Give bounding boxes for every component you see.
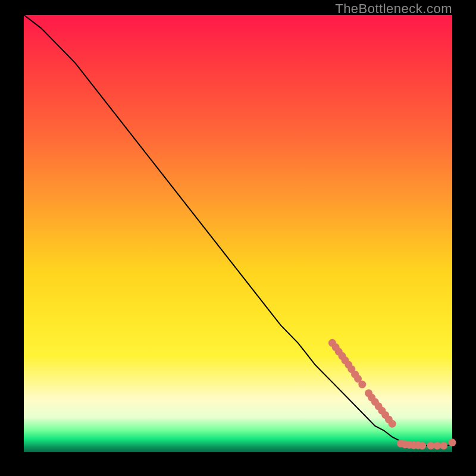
marker-group [328, 339, 456, 450]
data-marker [389, 420, 396, 428]
outer-frame: TheBottleneck.com [0, 0, 476, 476]
curve-line [24, 15, 452, 446]
data-marker [440, 442, 447, 450]
data-marker [449, 439, 456, 446]
chart-overlay [24, 15, 452, 452]
data-marker [418, 442, 426, 450]
data-marker [358, 381, 366, 389]
